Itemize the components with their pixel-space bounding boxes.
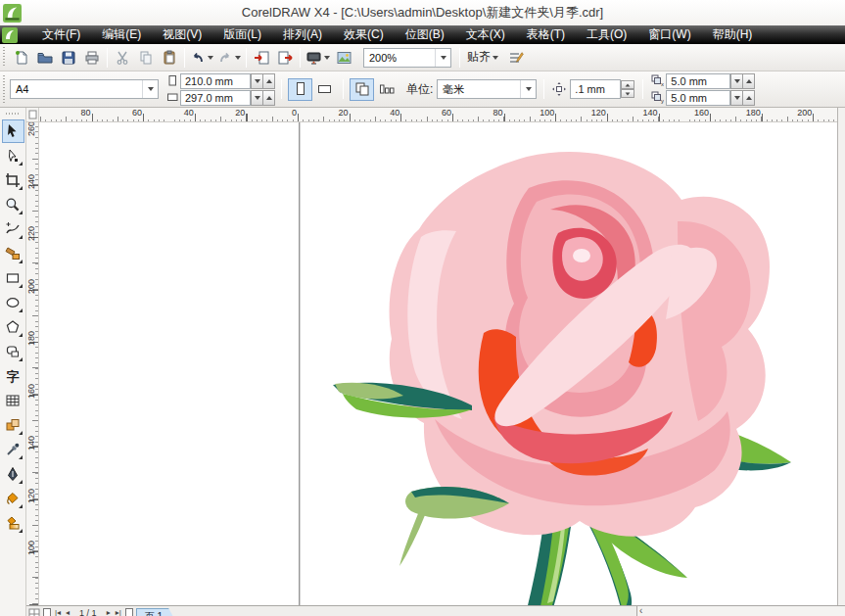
toolbar-grip[interactable] xyxy=(2,47,7,69)
portrait-button[interactable] xyxy=(288,78,312,101)
scroll-left-arrow-icon[interactable]: ‹ xyxy=(637,606,644,616)
open-button[interactable] xyxy=(33,46,57,70)
menu-layout[interactable]: 版面(L) xyxy=(212,25,272,44)
horizontal-ruler[interactable]: 80604020020406080100120140160180200 xyxy=(39,108,837,122)
page-tab[interactable]: 页 1 xyxy=(136,608,177,616)
new-button[interactable] xyxy=(10,46,33,70)
launcher-dropdown-caret[interactable] xyxy=(324,56,330,60)
all-pages-button[interactable] xyxy=(350,78,374,101)
duplicate-y-up-button[interactable] xyxy=(742,90,755,106)
undo-button[interactable] xyxy=(188,46,215,70)
menu-arrange[interactable]: 排列(A) xyxy=(272,25,333,44)
paper-height-up-button[interactable] xyxy=(262,90,275,106)
menu-view[interactable]: 视图(V) xyxy=(152,25,212,44)
tool-zoom[interactable] xyxy=(2,193,24,216)
add-page-after-button[interactable] xyxy=(125,608,133,616)
snap-dropdown-caret[interactable] xyxy=(493,56,498,60)
snap-to-button[interactable]: 贴齐 xyxy=(465,46,500,70)
menu-help[interactable]: 帮助(H) xyxy=(702,25,764,44)
menu-window[interactable]: 窗口(W) xyxy=(637,25,701,44)
tool-color-eyedropper[interactable] xyxy=(2,438,24,461)
landscape-button[interactable] xyxy=(312,78,337,101)
tool-text[interactable]: 字 xyxy=(2,364,24,388)
tool-interactive-fill[interactable] xyxy=(2,511,24,535)
last-page-button[interactable]: ▸| xyxy=(115,608,122,616)
menu-file[interactable]: 文件(F) xyxy=(31,25,91,44)
paper-width-field[interactable]: 210.0 mm xyxy=(180,73,251,89)
zoom-levels-combo[interactable]: 200% xyxy=(363,48,451,68)
cut-button[interactable] xyxy=(111,46,134,70)
propbar-grip[interactable] xyxy=(2,75,7,104)
page-layout-icon xyxy=(379,81,395,97)
bottom-bar: |◂ ◂ 1 / 1 ▸ ▸| 页 1 ‹ xyxy=(26,605,845,616)
h-ruler-label: 60 xyxy=(132,108,144,118)
menu-bitmaps[interactable]: 位图(B) xyxy=(395,25,455,44)
tool-crop[interactable] xyxy=(2,168,24,192)
tool-pick[interactable] xyxy=(2,119,24,143)
tool-fill[interactable] xyxy=(2,487,24,510)
units-combo-arrow[interactable] xyxy=(520,80,536,98)
units-combo[interactable]: 毫米 xyxy=(437,79,537,99)
menu-effects[interactable]: 效果(C) xyxy=(333,25,395,44)
vertical-scrollbar[interactable] xyxy=(837,108,845,605)
menu-table[interactable]: 表格(T) xyxy=(516,25,576,44)
tool-interactive-blend[interactable] xyxy=(2,413,24,437)
options-button[interactable] xyxy=(504,46,528,70)
redo-dropdown-caret[interactable] xyxy=(235,56,241,60)
export-button[interactable] xyxy=(273,46,297,70)
paste-button[interactable] xyxy=(158,46,181,70)
first-page-button[interactable]: |◂ xyxy=(54,608,62,616)
zoom-combo-arrow[interactable] xyxy=(435,49,450,67)
duplicate-y-field[interactable]: 5.0 mm xyxy=(666,90,730,106)
h-ruler-label: 160 xyxy=(694,108,711,118)
vertical-ruler[interactable]: 260240220200180160140120100 xyxy=(26,122,39,605)
duplicate-x-up-button[interactable] xyxy=(742,73,755,89)
tool-rectangle[interactable] xyxy=(2,266,24,290)
current-page-layout-button[interactable] xyxy=(374,78,399,101)
tool-smart-fill[interactable] xyxy=(2,242,24,265)
nudge-up-button[interactable] xyxy=(621,80,634,89)
print-button[interactable] xyxy=(80,46,104,70)
paper-width-icon xyxy=(166,74,178,87)
paper-combo-arrow[interactable] xyxy=(142,80,158,98)
duplicate-x-icon: x xyxy=(651,74,664,87)
duplicate-x-field[interactable]: 5.0 mm xyxy=(666,73,730,89)
previous-page-button[interactable]: ◂ xyxy=(65,608,70,616)
tool-polygon[interactable] xyxy=(2,315,24,339)
paper-height-field[interactable]: 297.0 mm xyxy=(180,90,251,106)
ruler-origin-corner[interactable] xyxy=(26,108,39,122)
drawing-canvas[interactable] xyxy=(39,122,837,605)
tool-freehand[interactable] xyxy=(2,217,24,241)
application-launcher-icon xyxy=(305,50,322,66)
import-button[interactable] xyxy=(250,46,273,70)
application-launcher-button[interactable] xyxy=(304,46,332,70)
tool-ellipse[interactable] xyxy=(2,291,24,314)
undo-dropdown-caret[interactable] xyxy=(208,56,213,60)
toolbar-separator xyxy=(107,48,108,68)
paper-width-value: 210.0 mm xyxy=(185,75,233,87)
tool-shape[interactable] xyxy=(2,144,24,167)
menu-text[interactable]: 文本(X) xyxy=(455,25,516,44)
h-ruler-label: 80 xyxy=(80,108,92,118)
menu-edit[interactable]: 编辑(E) xyxy=(91,25,152,44)
horizontal-scrollbar[interactable]: ‹ xyxy=(636,605,845,616)
nudge-offset-field[interactable]: .1 mm xyxy=(570,79,621,99)
next-page-button[interactable]: ▸ xyxy=(106,608,112,616)
nudge-down-button[interactable] xyxy=(621,89,634,98)
paper-width-up-button[interactable] xyxy=(262,73,275,89)
redo-button[interactable] xyxy=(215,46,243,70)
tool-outline-pen[interactable] xyxy=(2,462,24,486)
copy-button[interactable] xyxy=(134,46,158,70)
rose-artwork[interactable] xyxy=(323,127,837,605)
copy-icon xyxy=(138,50,154,66)
tool-table[interactable] xyxy=(2,389,24,412)
page-navigator: |◂ ◂ 1 / 1 ▸ ▸| 页 1 xyxy=(26,605,636,616)
save-button[interactable] xyxy=(57,46,80,70)
navigator-icon[interactable] xyxy=(28,608,40,616)
tool-basic-shapes[interactable] xyxy=(2,340,24,363)
paper-type-combo[interactable]: A4 xyxy=(10,79,159,99)
add-page-before-button[interactable] xyxy=(43,608,51,616)
menu-tools[interactable]: 工具(O) xyxy=(576,25,637,44)
toolbox-grip[interactable] xyxy=(6,111,20,116)
welcome-screen-button[interactable] xyxy=(332,46,355,70)
